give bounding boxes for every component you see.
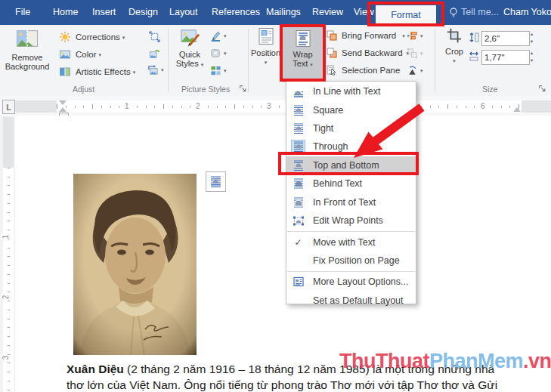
tab-insert[interactable]: Insert (92, 7, 116, 17)
group-separator (168, 29, 169, 92)
tab-format-label: Format (391, 10, 421, 20)
menu-item-label: In Line with Text (313, 86, 380, 97)
wrap-behind-icon (292, 177, 305, 190)
group-separator (435, 29, 435, 92)
selection-pane-icon (327, 65, 337, 76)
quick-styles-icon (180, 27, 200, 48)
vertical-ruler-margin (3, 117, 14, 168)
size-group-label: Size (482, 85, 497, 94)
menu-item-label: Square (313, 105, 343, 116)
wrap-text-caret-icon: ▾ (310, 62, 313, 67)
width-spin-down-icon[interactable]: ▼ (530, 59, 534, 63)
portrait-photo[interactable] (73, 174, 197, 355)
tab-selector[interactable]: L (2, 100, 15, 114)
picture-border-icon (210, 30, 221, 42)
tab-review[interactable]: Review (312, 7, 343, 17)
menu-item-in-front-of-text[interactable]: In Front of Text (286, 193, 416, 211)
no-icon (292, 254, 305, 267)
width-spin-up-icon[interactable]: ▲ (530, 51, 534, 56)
tab-view[interactable]: View (354, 7, 374, 17)
remove-background-icon (16, 27, 39, 50)
tab-design[interactable]: Design (128, 7, 158, 17)
group-objects-button[interactable]: ▾ (407, 48, 423, 59)
position-icon (257, 27, 275, 45)
remove-background-button[interactable]: Remove Background (5, 27, 50, 71)
wrap-text-button[interactable]: Wrap Text▾ (282, 26, 323, 82)
picture-layout-button[interactable]: ▾ (210, 65, 227, 76)
picture-styles-dialog-launcher-icon[interactable] (239, 85, 247, 93)
bring-forward-icon (327, 30, 337, 41)
bring-forward-button[interactable]: Bring Forward ▾ (327, 30, 405, 41)
artistic-effects-caret-icon: ▾ (133, 69, 136, 75)
wrap-in-front-icon (292, 196, 305, 208)
color-button[interactable]: Color ▾ (59, 48, 101, 60)
crop-caret-icon: ▾ (453, 58, 456, 63)
menu-item-label: Top and Bottom (313, 160, 379, 171)
bring-forward-caret-icon: ▾ (402, 33, 405, 39)
tab-references[interactable]: References (212, 7, 260, 17)
tab-home[interactable]: Home (53, 7, 78, 17)
size-dialog-launcher-icon[interactable] (538, 85, 546, 93)
menu-separator (287, 231, 415, 232)
height-spinner[interactable]: ▲ ▼ (527, 31, 537, 45)
height-spin-down-icon[interactable]: ▼ (530, 40, 534, 45)
first-line-indent-marker[interactable] (59, 100, 67, 105)
menu-separator (287, 271, 415, 272)
menu-item-more-layout-options[interactable]: More Layout Options... (286, 273, 416, 291)
shape-height-field[interactable] (481, 31, 530, 46)
wrap-through-icon (292, 140, 305, 153)
menu-item-fix-position-on-page[interactable]: Fix Position on Page (286, 252, 416, 270)
menu-item-move-with-text[interactable]: ✓ Move with Text (286, 233, 416, 251)
height-spin-up-icon[interactable]: ▲ (530, 32, 534, 37)
menu-item-edit-wrap-points[interactable]: Edit Wrap Points (286, 211, 416, 230)
right-indent-marker[interactable] (513, 107, 521, 112)
menu-item-through[interactable]: Through (286, 137, 416, 156)
group-icon (407, 48, 418, 59)
shape-height-icon (469, 32, 479, 43)
remove-background-label2: Background (5, 62, 50, 71)
shape-width-field[interactable] (481, 50, 530, 65)
menu-item-label: Fix Position on Page (313, 255, 400, 266)
artistic-effects-button[interactable]: Artistic Effects ▾ (59, 66, 135, 78)
hanging-indent-marker[interactable] (59, 107, 67, 112)
layout-options-button[interactable] (206, 171, 226, 192)
artistic-effects-icon (59, 66, 71, 78)
quick-styles-label2: Styles (176, 59, 199, 68)
tellme-box[interactable]: Tell me... (461, 7, 499, 17)
tab-format-active[interactable]: Format (376, 5, 436, 25)
position-button[interactable]: Position ▾ (250, 27, 281, 65)
width-spinner[interactable]: ▲ ▼ (527, 50, 537, 64)
align-objects-button[interactable]: ▾ (407, 30, 423, 42)
shape-width-icon (469, 51, 479, 62)
menu-item-set-as-default-layout[interactable]: Set as Default Layout (286, 292, 416, 310)
horizontal-ruler[interactable]: 1 2 3 6 (15, 100, 551, 113)
crop-button[interactable]: Crop ▾ (441, 27, 467, 63)
quick-styles-button[interactable]: Quick Styles▾ (172, 27, 207, 68)
position-label: Position (251, 48, 280, 57)
menu-item-behind-text[interactable]: Behind Text (286, 174, 416, 193)
menu-item-square[interactable]: Square (286, 100, 416, 119)
tab-layout[interactable]: Layout (169, 7, 198, 17)
change-picture-button[interactable] (147, 47, 161, 60)
rotate-objects-button[interactable]: ▾ (407, 65, 423, 76)
menu-item-top-and-bottom[interactable]: Top and Bottom (286, 156, 416, 174)
align-icon (407, 30, 418, 42)
corrections-button[interactable]: Corrections ▾ (59, 31, 125, 43)
reset-picture-button[interactable]: ▾ (147, 64, 164, 76)
ruler-number: 3 (1, 356, 11, 360)
picture-effects-button[interactable]: ▾ (210, 48, 227, 59)
ruler-bar: L 1 2 3 6 (0, 96, 551, 116)
picture-border-caret-icon: ▾ (224, 33, 227, 39)
send-backward-button[interactable]: Send Backward ▾ (327, 48, 409, 58)
no-icon (292, 294, 305, 307)
menu-item-label: In Front of Text (313, 197, 376, 208)
selection-pane-button[interactable]: Selection Pane (327, 65, 400, 76)
tab-mailings[interactable]: Mailings (266, 7, 301, 17)
menu-item-in-line-with-text[interactable]: In Line with Text (286, 82, 416, 100)
picture-border-button[interactable]: ▾ (210, 30, 227, 42)
compress-pictures-button[interactable] (147, 29, 161, 43)
menu-item-tight[interactable]: Tight (286, 119, 416, 137)
vertical-ruler[interactable]: 1 2 3 (3, 117, 14, 392)
user-account[interactable]: Cham Yoko (503, 7, 551, 17)
tab-file[interactable]: File (15, 7, 30, 17)
